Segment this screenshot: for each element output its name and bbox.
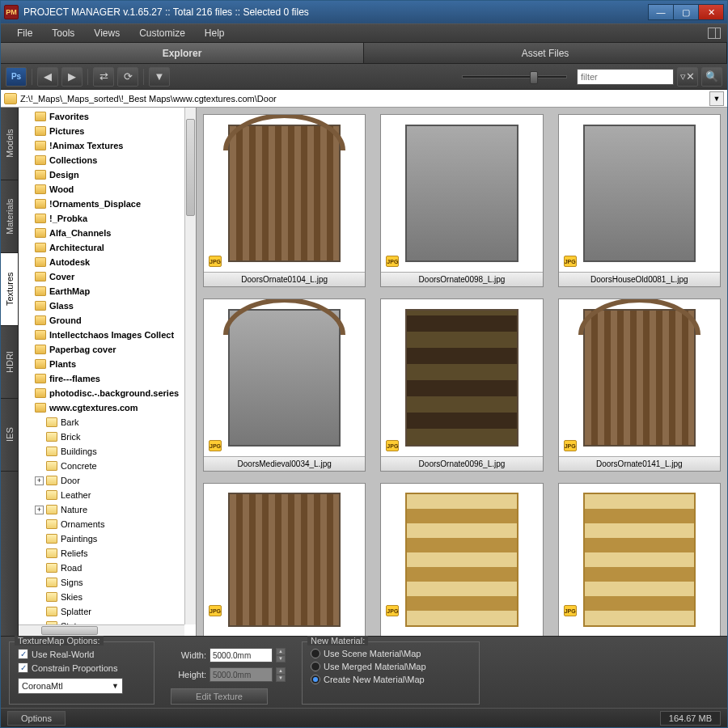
thumbnail-item[interactable]: JPG (203, 483, 366, 636)
width-spinner[interactable]: ▲▼ (276, 648, 286, 662)
thumbnail-item[interactable]: JPG (380, 483, 543, 636)
filter-input[interactable] (577, 69, 674, 85)
use-scene-radio[interactable] (311, 649, 320, 658)
refresh-button[interactable]: ⟳ (117, 67, 138, 87)
thumbnail-item[interactable]: JPGDoorsOrnate0098_L.jpg (380, 114, 543, 287)
menubar: File Tools Views Customize Help (1, 23, 727, 43)
menu-tools[interactable]: Tools (42, 26, 84, 40)
options-button[interactable]: Options (7, 711, 66, 726)
menu-help[interactable]: Help (195, 26, 235, 40)
memory-usage: 164.67 MB (660, 711, 721, 726)
thumbnail-item[interactable]: JPGDoorsOrnate0096_L.jpg (380, 298, 543, 472)
thumbnail-item[interactable]: JPGDoorsOrnate0141_L.jpg (558, 298, 721, 472)
tree-item[interactable]: !Ornaments_Displace (22, 197, 184, 211)
folder-icon (4, 93, 17, 104)
thumbnail-image (204, 484, 365, 636)
folder-icon (35, 315, 46, 325)
tree-item[interactable]: Bark (22, 415, 184, 430)
expand-icon[interactable]: + (35, 476, 44, 485)
side-tab-ies[interactable]: IES (1, 399, 18, 472)
filter-clear-icon[interactable]: ▿✕ (677, 67, 698, 87)
maximize-button[interactable]: ▢ (673, 4, 699, 20)
expand-icon[interactable]: ⇄ (93, 67, 114, 87)
folder-icon (46, 432, 57, 442)
tree-item[interactable]: Wood (22, 182, 184, 197)
side-tab-textures[interactable]: Textures (1, 253, 18, 326)
menu-views[interactable]: Views (84, 26, 129, 40)
panel-toggle-icon[interactable] (708, 28, 721, 39)
menu-file[interactable]: File (7, 26, 42, 40)
tree-item[interactable]: www.cgtextures.com (22, 400, 184, 415)
jpg-badge-icon: JPG (564, 440, 577, 451)
thumbnail-item[interactable]: JPGDoorsOrnate0104_L.jpg (203, 114, 366, 287)
thumbnail-item[interactable]: JPGDoorsMedieval0034_L.jpg (203, 298, 366, 472)
tree-item[interactable]: Design (22, 167, 184, 182)
width-input[interactable] (210, 648, 273, 662)
tree-item[interactable]: Architectural (22, 240, 184, 255)
tree-item[interactable]: Road (22, 561, 184, 575)
thumbnail-item[interactable]: JPGDoorsHouseOld0081_L.jpg (558, 114, 721, 287)
thumbnail-image (559, 115, 720, 272)
tree-item[interactable]: Pictures (22, 124, 184, 138)
filter-funnel-icon[interactable]: ▼ (149, 67, 170, 87)
tree-item[interactable]: Concrete (22, 459, 184, 473)
side-tab-hdri[interactable]: HDRI (1, 326, 18, 399)
tree-item[interactable]: Paintings (22, 531, 184, 546)
tree-item[interactable]: Splatter (22, 604, 184, 619)
minimize-button[interactable]: — (648, 4, 674, 20)
tree-item[interactable]: Ornaments (22, 517, 184, 531)
tree-item[interactable]: fire---flames (22, 371, 184, 386)
tree-item[interactable]: Autodesk (22, 255, 184, 269)
thumbnail-item[interactable]: JPG (558, 483, 721, 636)
tree-item[interactable]: Reliefs (22, 546, 184, 561)
tree-item[interactable]: Leather (22, 488, 184, 502)
tree-item[interactable]: Collections (22, 153, 184, 167)
tree-item[interactable]: Ground (22, 313, 184, 328)
photoshop-button[interactable]: Ps (6, 67, 27, 87)
tree-item[interactable]: Cover (22, 269, 184, 284)
use-merged-radio[interactable] (311, 662, 320, 671)
expand-icon[interactable]: + (35, 506, 44, 514)
material-type-combo[interactable]: CoronaMtl▼ (18, 678, 123, 694)
tree-item[interactable]: Plants (22, 357, 184, 371)
tree-item[interactable]: photodisc.-.background.series (22, 386, 184, 400)
tree-item[interactable]: +Nature (22, 502, 184, 517)
side-tab-materials[interactable]: Materials (1, 180, 18, 253)
back-button[interactable]: ◀ (37, 67, 58, 87)
tree-item[interactable]: Intellectchaos Images Collect (22, 328, 184, 342)
folder-icon (35, 345, 46, 354)
menu-customize[interactable]: Customize (129, 26, 195, 40)
tree-vscrollbar[interactable] (184, 108, 196, 624)
thumbnail-size-slider[interactable] (462, 75, 567, 78)
tree-item[interactable]: Skies (22, 590, 184, 604)
tab-asset-files[interactable]: Asset Files (364, 43, 727, 63)
side-tab-models[interactable]: Models (1, 108, 18, 180)
search-icon[interactable]: 🔍 (701, 67, 722, 87)
use-real-world-label: Use Real-World (32, 650, 94, 659)
tab-explorer[interactable]: Explorer (1, 43, 364, 63)
tree-item[interactable]: !_Probka (22, 211, 184, 226)
tree-hscrollbar[interactable] (19, 624, 184, 636)
tree-item[interactable]: Buildings (22, 444, 184, 459)
tree-item[interactable]: Brick (22, 430, 184, 444)
create-new-radio[interactable] (311, 675, 320, 684)
tree-item[interactable]: Favorites (22, 109, 184, 124)
tree-item[interactable]: Signs (22, 575, 184, 590)
close-button[interactable]: ✕ (698, 4, 724, 20)
use-real-world-checkbox[interactable]: ✓ (18, 649, 28, 659)
height-spinner[interactable]: ▲▼ (276, 667, 286, 682)
thumbnail-label: DoorsHouseOld0081_L.jpg (559, 272, 720, 286)
bottom-options-panel: TextureMap Options: ✓Use Real-World ✓Con… (1, 636, 727, 708)
tree-item[interactable]: Paperbag cover (22, 342, 184, 357)
tree-item[interactable]: Alfa_Channels (22, 226, 184, 240)
tree-item[interactable]: +Door (22, 473, 184, 488)
height-input[interactable] (210, 667, 273, 682)
forward-button[interactable]: ▶ (61, 67, 83, 87)
tree-item[interactable]: Glass (22, 298, 184, 313)
thumbnail-label: DoorsOrnate0098_L.jpg (381, 272, 542, 286)
edit-texture-button[interactable]: Edit Texture (171, 688, 268, 705)
tree-item[interactable]: EarthMap (22, 284, 184, 298)
tree-item[interactable]: !Animax Textures (22, 138, 184, 153)
constrain-proportions-checkbox[interactable]: ✓ (18, 662, 28, 673)
path-dropdown-icon[interactable]: ▼ (709, 91, 724, 106)
